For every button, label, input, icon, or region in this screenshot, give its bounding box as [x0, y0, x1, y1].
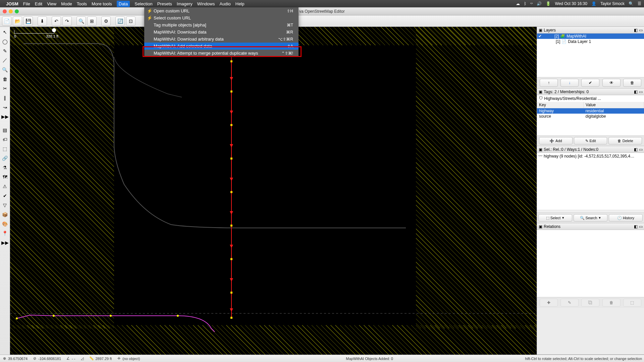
select-button[interactable]: ⬚ Select▼: [538, 214, 572, 222]
tb-undo[interactable]: ↶: [52, 16, 61, 26]
panel-layers-icon[interactable]: ▤: [1, 126, 9, 134]
tool-improve[interactable]: ↝: [1, 103, 9, 111]
scale-handle[interactable]: [52, 28, 56, 32]
rel-edit-button[interactable]: ✎: [560, 299, 579, 307]
wifi-icon[interactable]: ⌔: [530, 1, 533, 6]
cloud-icon[interactable]: ☁: [516, 1, 520, 6]
pin-icon[interactable]: ◧: [634, 28, 638, 33]
panel-changeset-icon[interactable]: 📦: [1, 210, 9, 219]
pin-icon[interactable]: ◧: [634, 147, 638, 152]
tb-save[interactable]: 💾: [23, 16, 33, 26]
panel-sel-icon[interactable]: ⬚: [1, 145, 9, 153]
panel-validator-icon[interactable]: ✔: [1, 192, 9, 200]
menu-audio[interactable]: Audio: [220, 1, 231, 6]
tags-preset-breadcrumb[interactable]: ⛉ Highways/Streets/Residential ...: [537, 95, 644, 102]
pin-icon[interactable]: ◧: [634, 89, 638, 94]
tool-delete[interactable]: 🗑: [1, 75, 9, 83]
tool-scissors[interactable]: ✂: [1, 84, 9, 93]
layer-activate-button[interactable]: ✔: [581, 79, 599, 87]
panel-filter-icon[interactable]: ⚗: [1, 164, 9, 172]
menu-file[interactable]: File: [23, 1, 30, 6]
layer-delete-button[interactable]: 🗑: [623, 79, 641, 87]
menu-data[interactable]: Data: [117, 1, 130, 7]
tag-row[interactable]: sourcedigitalglobe: [537, 114, 644, 119]
tool-select[interactable]: ↖: [1, 28, 9, 36]
menu-help[interactable]: Help: [235, 1, 245, 6]
tb-validate[interactable]: ⊡: [126, 16, 136, 26]
collapse-icon[interactable]: ▣: [538, 28, 542, 33]
edit-tag-button[interactable]: ✎ Edit: [574, 137, 607, 144]
menu-mode[interactable]: Mode: [61, 1, 72, 6]
add-tag-button[interactable]: ➕ Add: [539, 137, 573, 144]
map-canvas[interactable]: 0328.1 ft: [10, 27, 537, 355]
menu-presets[interactable]: Presets: [157, 1, 172, 6]
search-button[interactable]: 🔍 Search▼: [574, 214, 607, 222]
layer-down-button[interactable]: ↓: [560, 79, 579, 87]
menu-moretools[interactable]: More tools: [92, 1, 112, 6]
tb-download[interactable]: ⬇: [38, 16, 47, 26]
dd-select-custom-url[interactable]: ⚡Select custom URL: [144, 14, 299, 21]
close-icon[interactable]: [3, 9, 7, 13]
dd-tag-multiple[interactable]: Tag multiple objects [alpha]⌘T: [144, 21, 299, 28]
user-name[interactable]: Taylor Smock: [600, 1, 625, 6]
layer-row[interactable]: ✔ [2] 🧩 MapWithAI: [537, 34, 644, 39]
panel-close-icon[interactable]: ▭: [639, 89, 643, 94]
menu-windows[interactable]: Windows: [197, 1, 215, 6]
panel-more-icon[interactable]: ▶▶: [1, 239, 9, 247]
col-value[interactable]: Value: [584, 102, 644, 108]
tb-redo[interactable]: ↷: [62, 16, 72, 26]
tool-fastdraw[interactable]: ▶▶: [1, 113, 9, 121]
panel-conflict-icon[interactable]: ⚠: [1, 182, 9, 190]
menu-icon[interactable]: ☰: [638, 1, 641, 6]
visible-icon[interactable]: ✔: [538, 34, 542, 39]
pin-icon[interactable]: ◧: [634, 224, 638, 229]
tool-lasso[interactable]: ◯: [1, 38, 9, 46]
tool-zoom[interactable]: 🔍: [1, 66, 9, 74]
panel-rel-icon[interactable]: 🔗: [1, 154, 9, 162]
collapse-icon[interactable]: ▣: [538, 224, 542, 229]
minimize-icon[interactable]: [9, 9, 13, 13]
panel-close-icon[interactable]: ▭: [639, 147, 643, 152]
tag-row[interactable]: highwayresidential: [537, 108, 644, 114]
menu-tools[interactable]: Tools: [77, 1, 87, 6]
rel-new-button[interactable]: ✚: [540, 299, 558, 307]
dd-mapwithai-merge-dup[interactable]: MapWithAI: Attempt to merge potential du…: [144, 50, 299, 57]
rel-select-button[interactable]: ⬚: [623, 299, 641, 307]
battery-icon[interactable]: 🔋: [546, 1, 551, 6]
volume-icon[interactable]: 🔊: [537, 1, 542, 6]
layer-up-button[interactable]: ↑: [540, 79, 558, 87]
layer-row[interactable]: [1] 📄 Data Layer 1: [537, 39, 644, 44]
rel-dup-button[interactable]: ⿻: [581, 299, 599, 307]
tool-line[interactable]: ／: [1, 56, 9, 64]
tool-draw[interactable]: ✎: [1, 47, 9, 55]
col-key[interactable]: Key: [537, 102, 584, 108]
collapse-icon[interactable]: ▣: [538, 147, 542, 152]
panel-paint-icon[interactable]: 🎨: [1, 220, 9, 228]
tb-preset[interactable]: ⊞: [87, 16, 97, 26]
spotlight-icon[interactable]: 🔍: [629, 1, 634, 6]
menu-imagery[interactable]: Imagery: [177, 1, 193, 6]
panel-notes-icon[interactable]: 📍: [1, 229, 9, 237]
rel-delete-button[interactable]: 🗑: [602, 299, 621, 307]
tool-parallel[interactable]: ∥: [1, 94, 9, 102]
tb-prefs[interactable]: ⚙: [101, 16, 111, 26]
menu-view[interactable]: View: [47, 1, 56, 6]
zoom-icon[interactable]: [15, 9, 19, 13]
panel-map-icon[interactable]: 🗺: [1, 173, 9, 181]
h-scrollbar[interactable]: [537, 210, 644, 213]
panel-close-icon[interactable]: ▭: [639, 28, 643, 33]
bluetooth-icon[interactable]: ᛒ: [524, 1, 526, 6]
layer-visibility-button[interactable]: 👁: [602, 79, 621, 87]
history-button[interactable]: 🕘 History: [609, 214, 643, 222]
app-name[interactable]: JOSM: [6, 1, 18, 6]
clock[interactable]: Wed Oct 30 16:30: [555, 1, 587, 6]
dd-open-custom-url[interactable]: ⚡Open custom URL⇧H: [144, 7, 299, 14]
tb-refresh[interactable]: 🔄: [115, 16, 125, 26]
panel-tags-icon[interactable]: 🏷: [1, 135, 9, 143]
user-icon[interactable]: 👤: [591, 1, 596, 6]
panel-close-icon[interactable]: ▭: [639, 224, 643, 229]
collapse-icon[interactable]: ▣: [538, 89, 542, 94]
dd-mapwithai-add-selected[interactable]: MapWithAI: Add selected data⇧A: [144, 43, 299, 50]
menu-edit[interactable]: Edit: [35, 1, 42, 6]
tb-search[interactable]: 🔍: [76, 16, 86, 26]
